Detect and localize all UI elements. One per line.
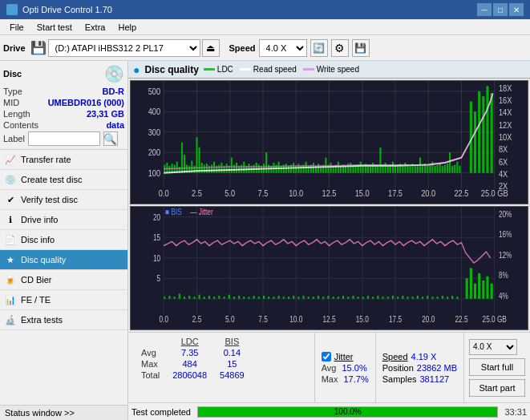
minimize-button[interactable]: ─ bbox=[477, 3, 492, 16]
svg-rect-121 bbox=[360, 162, 362, 173]
svg-rect-250 bbox=[377, 296, 378, 299]
disc-quality-icon: ★ bbox=[5, 254, 16, 265]
svg-rect-157 bbox=[449, 152, 451, 173]
jitter-checkbox[interactable] bbox=[322, 352, 331, 361]
settings-button[interactable]: ⚙ bbox=[331, 39, 349, 57]
svg-text:17.5: 17.5 bbox=[388, 188, 403, 198]
svg-rect-83 bbox=[265, 152, 267, 173]
svg-rect-165 bbox=[482, 96, 484, 173]
svg-rect-128 bbox=[377, 166, 378, 173]
speed-control-select[interactable]: 4.0 X bbox=[469, 339, 517, 355]
app-title: Opti Drive Control 1.70 bbox=[22, 5, 112, 14]
menu-help[interactable]: Help bbox=[111, 21, 143, 34]
speed-select[interactable]: 4.0 X bbox=[259, 39, 307, 57]
svg-rect-271 bbox=[482, 281, 484, 299]
jitter-section: Jitter Avg 15.0% Max 17.7% bbox=[314, 333, 375, 402]
svg-rect-242 bbox=[338, 297, 339, 299]
svg-rect-257 bbox=[412, 297, 414, 299]
start-part-button[interactable]: Start part bbox=[469, 379, 525, 397]
menu-extra[interactable]: Extra bbox=[79, 21, 112, 34]
nav-verify-test-disc[interactable]: ✔ Verify test disc bbox=[0, 190, 127, 210]
nav-cd-bier-label: CD Bier bbox=[21, 275, 52, 285]
disc-contents-row: Contents data bbox=[3, 120, 124, 130]
svg-text:5.0: 5.0 bbox=[225, 315, 234, 324]
samples-label: Samples bbox=[382, 374, 417, 384]
svg-rect-47 bbox=[176, 162, 178, 173]
maximize-button[interactable]: □ bbox=[493, 3, 508, 16]
menu-start-test[interactable]: Start test bbox=[30, 21, 79, 34]
menu-bar: File Start test Extra Help bbox=[0, 19, 530, 35]
svg-rect-144 bbox=[417, 165, 419, 173]
drive-label: Drive bbox=[3, 43, 26, 53]
nav-create-test-disc-label: Create test disc bbox=[21, 175, 82, 184]
svg-text:14X: 14X bbox=[499, 107, 512, 117]
refresh-button[interactable]: 🔄 bbox=[310, 39, 328, 57]
total-row-label: Total bbox=[135, 370, 166, 381]
eject-button[interactable]: ⏏ bbox=[202, 39, 220, 57]
svg-text:— Jitter: — Jitter bbox=[190, 208, 212, 216]
nav-create-test-disc[interactable]: 💿 Create test disc bbox=[0, 170, 127, 190]
svg-rect-266 bbox=[456, 297, 458, 299]
app-icon bbox=[6, 4, 18, 15]
svg-text:15.0: 15.0 bbox=[355, 188, 370, 198]
svg-text:7.5: 7.5 bbox=[258, 315, 267, 324]
disc-label-label: Label bbox=[3, 134, 25, 143]
dq-title: Disc quality bbox=[144, 64, 198, 75]
svg-rect-234 bbox=[297, 297, 299, 299]
jitter-max-row: Max 17.7% bbox=[322, 374, 369, 384]
nav-disc-quality-label: Disc quality bbox=[21, 255, 66, 265]
control-section: 4.0 X Start full Start part bbox=[463, 333, 530, 402]
nav-items: 📈 Transfer rate 💿 Create test disc ✔ Ver… bbox=[0, 150, 127, 405]
nav-transfer-rate[interactable]: 📈 Transfer rate bbox=[0, 150, 127, 170]
nav-disc-quality[interactable]: ★ Disc quality bbox=[0, 250, 127, 270]
svg-text:20.0: 20.0 bbox=[422, 315, 435, 324]
nav-fe-te-label: FE / TE bbox=[21, 295, 51, 305]
ldc-max-value: 484 bbox=[166, 358, 213, 370]
sidebar-status[interactable]: Status window >> bbox=[0, 405, 127, 420]
svg-rect-215 bbox=[204, 297, 205, 299]
start-full-button[interactable]: Start full bbox=[469, 358, 525, 376]
nav-cd-bier[interactable]: 🍺 CD Bier bbox=[0, 270, 127, 290]
nav-drive-info[interactable]: ℹ Drive info bbox=[0, 210, 127, 230]
svg-rect-163 bbox=[474, 111, 476, 173]
svg-rect-233 bbox=[293, 296, 294, 299]
progress-label: 100.0% bbox=[198, 407, 497, 417]
svg-rect-214 bbox=[199, 295, 200, 299]
svg-rect-167 bbox=[491, 93, 493, 172]
disc-label-input[interactable] bbox=[28, 131, 100, 146]
svg-rect-65 bbox=[220, 163, 222, 173]
svg-text:25.0 GB: 25.0 GB bbox=[483, 315, 507, 324]
svg-rect-235 bbox=[303, 296, 305, 299]
disc-length-value: 23,31 GB bbox=[87, 109, 124, 119]
close-button[interactable]: ✕ bbox=[509, 3, 524, 16]
bis-max-value: 15 bbox=[213, 358, 251, 370]
time-display: 33:31 bbox=[504, 407, 527, 417]
menu-file[interactable]: File bbox=[3, 21, 30, 34]
write-speed-color bbox=[303, 68, 314, 71]
svg-rect-236 bbox=[308, 297, 310, 299]
disc-type-label: Type bbox=[3, 87, 22, 96]
svg-text:2.5: 2.5 bbox=[192, 315, 201, 324]
disc-eject-icon[interactable]: 💿 bbox=[104, 64, 124, 83]
drive-select[interactable]: (D:) ATAPI iHBS312 2 PL17 bbox=[48, 39, 200, 57]
svg-text:12X: 12X bbox=[499, 120, 512, 130]
svg-rect-119 bbox=[354, 166, 356, 173]
svg-text:20: 20 bbox=[153, 213, 160, 222]
nav-extra-tests[interactable]: 🔬 Extra tests bbox=[0, 310, 127, 330]
svg-text:4X: 4X bbox=[499, 169, 508, 179]
svg-rect-160 bbox=[456, 162, 458, 173]
stats-table: LDC BIS Avg 7.35 0.14 Max 484 bbox=[128, 333, 314, 402]
save-button[interactable]: 💾 bbox=[352, 39, 370, 57]
fe-te-icon: 📊 bbox=[5, 294, 16, 305]
svg-rect-248 bbox=[367, 296, 369, 299]
disc-label-btn[interactable]: 🔍 bbox=[103, 131, 118, 146]
nav-disc-info[interactable]: 📄 Disc info bbox=[0, 230, 127, 250]
legend-read-speed-label: Read speed bbox=[253, 65, 297, 74]
svg-rect-217 bbox=[213, 297, 215, 299]
svg-rect-149 bbox=[429, 165, 431, 173]
svg-rect-224 bbox=[248, 297, 249, 299]
nav-fe-te[interactable]: 📊 FE / TE bbox=[0, 290, 127, 310]
svg-rect-227 bbox=[263, 296, 265, 299]
svg-rect-112 bbox=[338, 162, 339, 173]
svg-rect-132 bbox=[387, 166, 389, 173]
